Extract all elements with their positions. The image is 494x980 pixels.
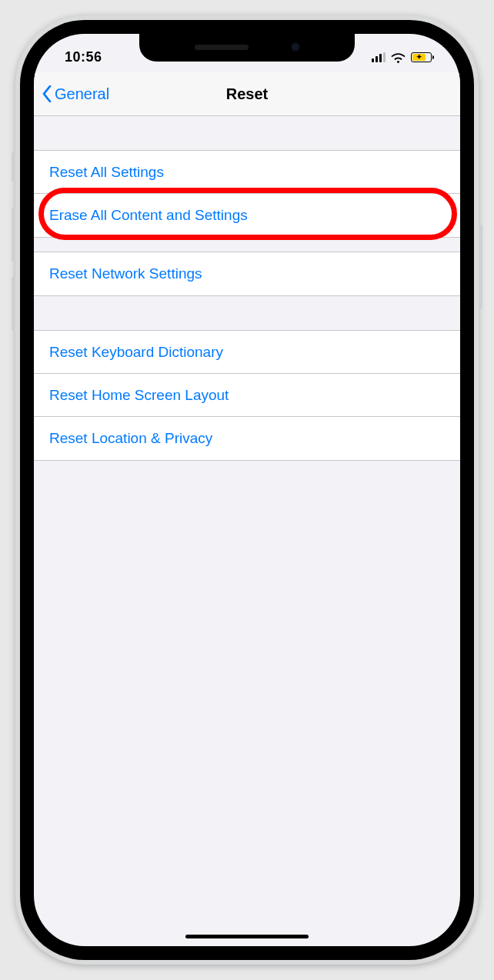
power-button [479,225,482,309]
mute-switch [12,152,15,182]
section-0: Reset All Settings Erase All Content and… [34,150,460,238]
device-frame: 10:56 ✦ [15,15,479,965]
item-label: Reset Keyboard Dictionary [49,344,223,361]
reset-network-settings-item[interactable]: Reset Network Settings [34,252,460,295]
item-label: Reset Home Screen Layout [49,387,229,404]
speaker-grille [195,45,249,50]
reset-home-screen-layout-item[interactable]: Reset Home Screen Layout [34,374,460,417]
back-button[interactable]: General [42,85,109,103]
volume-up-button [12,208,15,262]
cellular-icon [372,52,386,62]
reset-keyboard-dictionary-item[interactable]: Reset Keyboard Dictionary [34,331,460,374]
nav-bar: General Reset [34,72,460,116]
back-label: General [55,85,109,103]
device-bezel: 10:56 ✦ [20,20,474,960]
item-label: Reset Network Settings [49,265,202,282]
chevron-left-icon [42,85,52,102]
item-label: Reset All Settings [49,164,164,181]
reset-all-settings-item[interactable]: Reset All Settings [34,151,460,194]
home-indicator[interactable] [185,935,309,938]
section-2: Reset Keyboard Dictionary Reset Home Scr… [34,330,460,461]
item-label: Reset Location & Privacy [49,430,212,447]
battery-icon: ✦ [411,52,434,62]
page-title: Reset [226,85,268,103]
volume-down-button [12,277,15,331]
device-notch [139,32,355,62]
content-area: Reset All Settings Erase All Content and… [34,116,460,461]
front-camera [291,42,300,52]
wifi-icon [391,52,406,62]
screen: 10:56 ✦ [34,34,460,946]
status-time: 10:56 [55,49,102,65]
erase-all-content-item[interactable]: Erase All Content and Settings [34,194,460,237]
item-label: Erase All Content and Settings [49,207,248,224]
section-1: Reset Network Settings [34,252,460,296]
reset-location-privacy-item[interactable]: Reset Location & Privacy [34,417,460,460]
status-icons: ✦ [372,52,439,62]
